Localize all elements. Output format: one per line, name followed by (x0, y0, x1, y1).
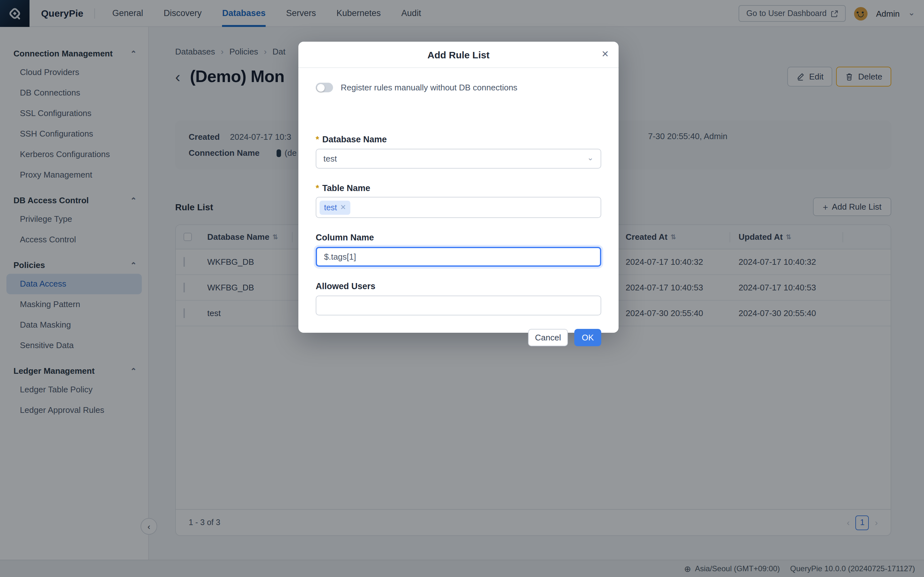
column-name-input[interactable] (316, 247, 601, 267)
table-name-tag: test ✕ (320, 200, 351, 214)
required-asterisk: * (316, 183, 319, 193)
table-name-label: *Table Name (316, 183, 370, 193)
database-name-label: *Database Name (316, 135, 387, 144)
manual-register-toggle[interactable] (316, 83, 333, 92)
table-name-tag-input[interactable]: test ✕ (316, 197, 601, 218)
ok-button[interactable]: OK (574, 329, 601, 346)
field-label-text: Allowed Users (316, 282, 375, 291)
allowed-users-label: Allowed Users (316, 282, 375, 291)
cancel-button[interactable]: Cancel (528, 329, 568, 346)
manual-register-toggle-label: Register rules manually without DB conne… (341, 83, 517, 92)
tag-label: test (324, 203, 337, 212)
manual-register-toggle-row: Register rules manually without DB conne… (316, 83, 517, 92)
modal-header: Add Rule List ✕ (298, 42, 619, 68)
close-icon[interactable]: ✕ (602, 49, 609, 59)
toggle-knob (317, 84, 325, 91)
chevron-down-icon: ⌄ (587, 153, 594, 162)
app-root: QueryPie General Discovery Databases Ser… (0, 0, 924, 577)
field-label-text: Table Name (322, 183, 371, 193)
database-name-selected-value: test (323, 154, 337, 163)
modal-actions: Cancel OK (528, 329, 601, 346)
modal-title: Add Rule List (427, 49, 489, 60)
field-label-text: Database Name (322, 135, 387, 144)
field-label-text: Column Name (316, 233, 374, 242)
ok-button-label: OK (582, 333, 594, 342)
column-name-label: Column Name (316, 233, 374, 242)
allowed-users-input[interactable] (316, 295, 601, 316)
required-asterisk: * (316, 135, 319, 144)
add-rule-list-modal: Add Rule List ✕ Register rules manually … (298, 42, 619, 333)
cancel-button-label: Cancel (535, 333, 561, 342)
database-name-select[interactable]: test ⌄ (316, 149, 601, 169)
tag-remove-icon[interactable]: ✕ (340, 203, 346, 211)
